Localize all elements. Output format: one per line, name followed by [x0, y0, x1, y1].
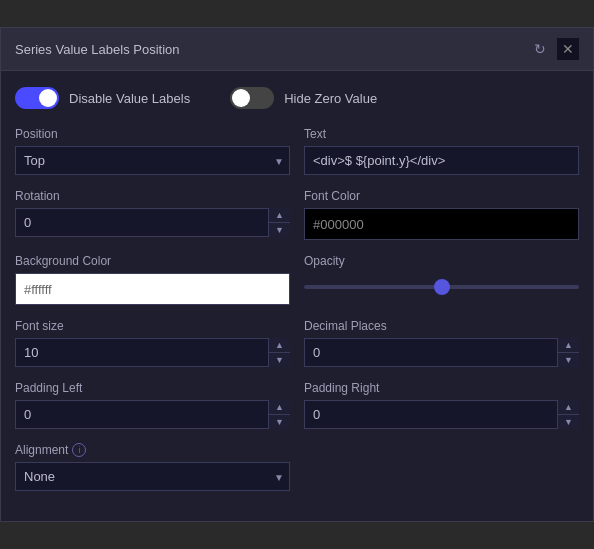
opacity-group: Opacity	[304, 254, 579, 305]
decimal-places-down-btn[interactable]: ▼	[558, 353, 579, 367]
rotation-spinner-btns: ▲ ▼	[268, 208, 290, 237]
padding-right-group: Padding Right ▲ ▼	[304, 381, 579, 429]
rotation-down-btn[interactable]: ▼	[269, 223, 290, 237]
text-group: Text	[304, 127, 579, 175]
rotation-spinner: ▲ ▼	[15, 208, 290, 237]
refresh-icon[interactable]: ↻	[529, 38, 551, 60]
alignment-row: Alignment i None Left Center Right ▼	[15, 443, 579, 491]
background-color-group: Background Color #ffffff	[15, 254, 290, 305]
alignment-label-row: Alignment i	[15, 443, 290, 457]
position-select-wrapper: Top Bottom Left Right Center Inside Outs…	[15, 146, 290, 175]
font-size-down-btn[interactable]: ▼	[269, 353, 290, 367]
rotation-input[interactable]	[15, 208, 290, 237]
series-value-labels-panel: Series Value Labels Position ↻ ✕ Disable…	[0, 27, 594, 522]
padding-right-up-btn[interactable]: ▲	[558, 400, 579, 415]
fontsize-decimal-row: Font size ▲ ▼ Decimal Places ▲ ▼	[15, 319, 579, 367]
rotation-up-btn[interactable]: ▲	[269, 208, 290, 223]
alignment-group: Alignment i None Left Center Right ▼	[15, 443, 290, 491]
alignment-select[interactable]: None Left Center Right	[15, 462, 290, 491]
padding-left-down-btn[interactable]: ▼	[269, 415, 290, 429]
panel-title: Series Value Labels Position	[15, 42, 180, 57]
decimal-places-label: Decimal Places	[304, 319, 579, 333]
hide-zero-value-toggle[interactable]	[230, 87, 274, 109]
alignment-info-icon[interactable]: i	[72, 443, 86, 457]
padding-left-input[interactable]	[15, 400, 290, 429]
hide-zero-value-label: Hide Zero Value	[284, 91, 377, 106]
opacity-label: Opacity	[304, 254, 579, 268]
disable-value-labels-label: Disable Value Labels	[69, 91, 190, 106]
opacity-slider[interactable]	[304, 285, 579, 289]
font-color-picker[interactable]: #000000	[304, 208, 579, 240]
font-size-spinner: ▲ ▼	[15, 338, 290, 367]
padding-right-down-btn[interactable]: ▼	[558, 415, 579, 429]
decimal-places-group: Decimal Places ▲ ▼	[304, 319, 579, 367]
disable-value-labels-group: Disable Value Labels	[15, 87, 190, 109]
disable-value-labels-toggle[interactable]	[15, 87, 59, 109]
rotation-fontcolor-row: Rotation ▲ ▼ Font Color #000000	[15, 189, 579, 240]
padding-row: Padding Left ▲ ▼ Padding Right ▲ ▼	[15, 381, 579, 429]
text-label: Text	[304, 127, 579, 141]
toggle-row: Disable Value Labels Hide Zero Value	[15, 87, 579, 109]
background-color-label: Background Color	[15, 254, 290, 268]
rotation-group: Rotation ▲ ▼	[15, 189, 290, 240]
padding-right-spinner: ▲ ▼	[304, 400, 579, 429]
text-input[interactable]	[304, 146, 579, 175]
padding-right-input[interactable]	[304, 400, 579, 429]
alignment-select-wrapper: None Left Center Right ▼	[15, 462, 290, 491]
font-color-label: Font Color	[304, 189, 579, 203]
background-color-picker[interactable]: #ffffff	[15, 273, 290, 305]
font-size-spinner-btns: ▲ ▼	[268, 338, 290, 367]
decimal-places-input[interactable]	[304, 338, 579, 367]
decimal-places-spinner-btns: ▲ ▼	[557, 338, 579, 367]
close-icon[interactable]: ✕	[557, 38, 579, 60]
header-icons: ↻ ✕	[529, 38, 579, 60]
position-label: Position	[15, 127, 290, 141]
panel-header: Series Value Labels Position ↻ ✕	[1, 28, 593, 71]
padding-left-spinner-btns: ▲ ▼	[268, 400, 290, 429]
padding-left-group: Padding Left ▲ ▼	[15, 381, 290, 429]
decimal-places-up-btn[interactable]: ▲	[558, 338, 579, 353]
font-size-input[interactable]	[15, 338, 290, 367]
alignment-placeholder	[304, 443, 579, 491]
position-select[interactable]: Top Bottom Left Right Center Inside Outs…	[15, 146, 290, 175]
font-size-group: Font size ▲ ▼	[15, 319, 290, 367]
padding-left-spinner: ▲ ▼	[15, 400, 290, 429]
panel-body: Disable Value Labels Hide Zero Value Pos…	[1, 71, 593, 521]
padding-right-label: Padding Right	[304, 381, 579, 395]
font-size-up-btn[interactable]: ▲	[269, 338, 290, 353]
background-color-value: #ffffff	[24, 282, 52, 297]
hide-zero-value-group: Hide Zero Value	[230, 87, 377, 109]
opacity-slider-container	[304, 273, 579, 292]
bgcolor-opacity-row: Background Color #ffffff Opacity	[15, 254, 579, 305]
font-size-label: Font size	[15, 319, 290, 333]
font-color-group: Font Color #000000	[304, 189, 579, 240]
position-text-row: Position Top Bottom Left Right Center In…	[15, 127, 579, 175]
padding-right-spinner-btns: ▲ ▼	[557, 400, 579, 429]
decimal-places-spinner: ▲ ▼	[304, 338, 579, 367]
alignment-label: Alignment	[15, 443, 68, 457]
rotation-label: Rotation	[15, 189, 290, 203]
font-color-value: #000000	[313, 217, 364, 232]
padding-left-up-btn[interactable]: ▲	[269, 400, 290, 415]
position-group: Position Top Bottom Left Right Center In…	[15, 127, 290, 175]
padding-left-label: Padding Left	[15, 381, 290, 395]
